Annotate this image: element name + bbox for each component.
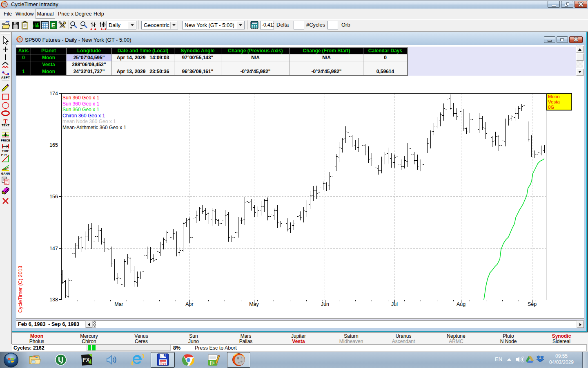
svg-text:Sun 360 Geo x 1: Sun 360 Geo x 1 — [62, 101, 99, 107]
svg-text:165: 165 — [49, 142, 58, 148]
svg-text:174: 174 — [49, 91, 58, 96]
svg-text:Chiron 360 Geo x 1: Chiron 360 Geo x 1 — [62, 113, 105, 119]
svg-text:Mean-Arithmetic 360 Geo x 1: Mean-Arithmetic 360 Geo x 1 — [62, 125, 126, 130]
svg-text:Sun 360 Geo x 1: Sun 360 Geo x 1 — [62, 107, 99, 112]
svg-text:Apr: Apr — [185, 301, 193, 307]
svg-text:Vesta: Vesta — [548, 99, 560, 104]
svg-text:May: May — [249, 301, 259, 307]
svg-text:Mar: Mar — [114, 301, 123, 307]
svg-text:Sun 360 Geo x 1: Sun 360 Geo x 1 — [62, 95, 99, 101]
svg-text:0G: 0G — [548, 105, 554, 110]
svg-text:CycleTimer (C) 2013: CycleTimer (C) 2013 — [18, 266, 23, 313]
svg-text:147: 147 — [49, 246, 58, 251]
svg-text:156: 156 — [49, 194, 58, 200]
svg-text:138: 138 — [49, 297, 58, 303]
svg-text:Aug: Aug — [457, 301, 466, 307]
svg-text:Moon: Moon — [548, 94, 560, 99]
svg-text:Jun: Jun — [321, 301, 329, 307]
svg-text:Sep: Sep — [528, 301, 537, 307]
svg-text:64: 64 — [163, 362, 166, 366]
svg-text:mean Node 360 Geo x 1: mean Node 360 Geo x 1 — [62, 119, 116, 124]
svg-text:Jul: Jul — [391, 301, 398, 307]
